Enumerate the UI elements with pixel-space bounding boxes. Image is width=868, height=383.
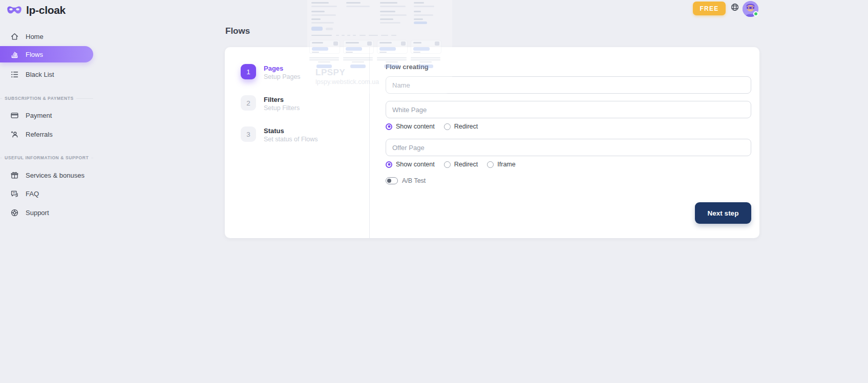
- white-page-input[interactable]: [386, 101, 751, 118]
- sidebar-item-label: Services & bonuses: [26, 172, 84, 179]
- radio-label: Show content: [396, 161, 435, 168]
- ab-test-label: A/B Test: [402, 177, 426, 184]
- section-header-support: USEFUL INFORMATION & SUPPORT: [0, 154, 93, 161]
- radio-offer-redirect[interactable]: Redirect: [444, 161, 478, 168]
- home-icon: [10, 32, 19, 41]
- offer-page-input[interactable]: [386, 139, 751, 156]
- flow-wizard-card: 1 Pages Setup Pages 2 Filters Setup Filt…: [225, 47, 759, 238]
- sidebar-item-referrals[interactable]: Referrals: [0, 126, 93, 142]
- sidebar-item-home[interactable]: Home: [0, 28, 93, 45]
- gift-icon: [10, 171, 19, 180]
- next-step-button[interactable]: Next step: [695, 202, 751, 224]
- card-divider: [369, 47, 370, 238]
- step-filters[interactable]: 2 Filters Setup Filters: [241, 95, 300, 112]
- sidebar-item-label: Flows: [26, 51, 43, 58]
- step-subtitle: Setup Pages: [264, 73, 301, 81]
- plan-badge[interactable]: FREE: [693, 2, 726, 15]
- sidebar-item-black-list[interactable]: Black List: [0, 66, 93, 82]
- radio-white-redirect[interactable]: Redirect: [444, 123, 478, 130]
- radio-label: Redirect: [454, 123, 478, 130]
- step-title: Status: [264, 126, 318, 135]
- step-title: Pages: [264, 64, 301, 72]
- radio-label: Redirect: [454, 161, 478, 168]
- radio-dot: [487, 161, 494, 168]
- step-pages[interactable]: 1 Pages Setup Pages: [241, 64, 301, 81]
- ab-test-toggle-row[interactable]: A/B Test: [386, 177, 426, 184]
- radio-white-show-content[interactable]: Show content: [386, 123, 435, 130]
- language-globe-icon[interactable]: [730, 3, 739, 12]
- step-subtitle: Setup Filters: [264, 104, 300, 112]
- sidebar: lp-cloak Home Flows Black List SUBSCRIPT…: [0, 0, 97, 383]
- section-header-subscription: SUBSCRIPTION & PAYMENTS: [0, 95, 93, 102]
- mask-icon: [7, 5, 22, 16]
- step-number: 3: [241, 126, 256, 142]
- credit-card-icon: [10, 111, 19, 120]
- step-number: 2: [241, 95, 256, 111]
- sidebar-item-payment[interactable]: Payment: [0, 107, 93, 123]
- radio-offer-iframe[interactable]: Iframe: [487, 161, 515, 168]
- flows-icon: [10, 50, 19, 59]
- ab-test-toggle[interactable]: [386, 177, 398, 184]
- brand-logo[interactable]: lp-cloak: [7, 4, 66, 16]
- sidebar-item-label: Payment: [26, 112, 52, 119]
- radio-label: Iframe: [497, 161, 515, 168]
- sidebar-item-flows[interactable]: Flows: [0, 46, 93, 62]
- step-title: Filters: [264, 95, 300, 103]
- online-status-dot: [753, 11, 758, 16]
- radio-dot: [444, 123, 451, 130]
- referral-user-icon: [10, 130, 19, 139]
- sidebar-item-label: FAQ: [26, 190, 39, 198]
- faq-bubble-icon: ?!: [10, 189, 19, 198]
- sidebar-item-label: Support: [26, 209, 49, 217]
- white-page-mode-group: Show content Redirect: [386, 123, 478, 130]
- section-label: USEFUL INFORMATION & SUPPORT: [5, 155, 89, 160]
- sidebar-item-services-bonuses[interactable]: Services & bonuses: [0, 167, 93, 183]
- radio-dot: [386, 123, 392, 130]
- step-subtitle: Set status of Flows: [264, 136, 318, 143]
- sidebar-item-faq[interactable]: ?! FAQ: [0, 185, 93, 202]
- section-label: SUBSCRIPTION & PAYMENTS: [5, 96, 74, 101]
- list-icon: [10, 70, 19, 79]
- radio-dot: [444, 161, 451, 168]
- page-title: Flows: [225, 26, 250, 36]
- brand-name: lp-cloak: [26, 4, 66, 16]
- sidebar-item-label: Referrals: [26, 131, 53, 138]
- svg-text:?!: ?!: [13, 192, 15, 195]
- offer-page-mode-group: Show content Redirect Iframe: [386, 161, 516, 168]
- step-status[interactable]: 3 Status Set status of Flows: [241, 126, 318, 143]
- toggle-knob: [387, 179, 391, 183]
- lifebuoy-icon: [10, 208, 19, 217]
- sidebar-item-label: Black List: [26, 71, 54, 78]
- sidebar-item-label: Home: [26, 33, 44, 40]
- radio-label: Show content: [396, 123, 435, 130]
- radio-offer-show-content[interactable]: Show content: [386, 161, 435, 168]
- form-title: Flow creating: [386, 63, 429, 71]
- step-number: 1: [241, 64, 256, 79]
- flow-name-input[interactable]: [386, 76, 751, 94]
- sidebar-item-support[interactable]: Support: [0, 204, 93, 221]
- radio-dot: [386, 161, 392, 168]
